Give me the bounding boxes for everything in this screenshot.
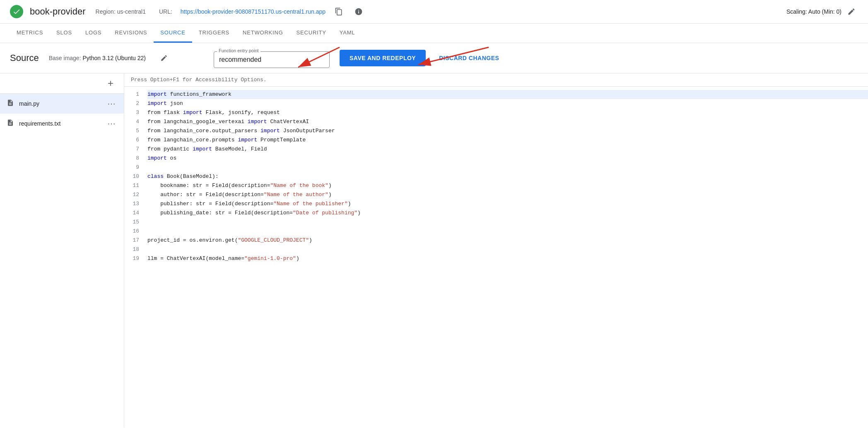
code-line-9 [147, 163, 868, 172]
tab-security[interactable]: SECURITY [290, 24, 333, 43]
line-number-18: 18 [124, 245, 144, 254]
file-menu-main-py[interactable]: ⋯ [106, 98, 117, 109]
code-line-18 [147, 245, 868, 254]
info-button[interactable] [352, 5, 365, 18]
scaling-info: Scaling: Auto (Min: 0) [786, 5, 858, 18]
line-number-1: 1 [124, 90, 144, 99]
line-number-13: 13 [124, 199, 144, 209]
line-number-19: 19 [124, 254, 144, 263]
file-item-requirements[interactable]: requirements.txt ⋯ [0, 114, 124, 133]
code-line-2: import json [147, 99, 868, 108]
tab-triggers[interactable]: TRIGGERS [192, 24, 236, 43]
base-image-info: Base image: Python 3.12 (Ubuntu 22) [49, 55, 146, 61]
line-number-4: 4 [124, 117, 144, 126]
code-line-13: publisher: str = Field(description="Name… [147, 199, 868, 209]
tab-logs[interactable]: LOGS [79, 24, 108, 43]
accessibility-bar: Press Option+F1 for Accessibility Option… [124, 73, 868, 87]
code-line-1: import functions_framework [147, 90, 868, 99]
line-number-8: 8 [124, 154, 144, 163]
code-line-14: publishing_date: str = Field(description… [147, 209, 868, 218]
code-line-6: from langchain_core.prompts import Promp… [147, 136, 868, 145]
code-line-8: import os [147, 154, 868, 163]
code-line-3: from flask import Flask, jsonify, reques… [147, 108, 868, 117]
copy-url-button[interactable] [332, 5, 345, 18]
entry-point-group: Function entry point [214, 48, 330, 68]
entry-point-label: Function entry point [217, 48, 260, 53]
file-tree-header: + [0, 73, 124, 94]
main-split: + main.py ⋯ requirements.txt ⋯ Press Opt… [0, 73, 868, 427]
code-line-5: from langchain_core.output_parsers impor… [147, 126, 868, 136]
line-number-2: 2 [124, 99, 144, 108]
line-number-12: 12 [124, 190, 144, 199]
line-number-11: 11 [124, 181, 144, 190]
save-redeploy-button[interactable]: SAVE AND REDEPLOY [340, 50, 426, 66]
code-line-10: class Book(BaseModel): [147, 172, 868, 181]
tab-networking[interactable]: NETWORKING [236, 24, 290, 43]
line-number-10: 10 [124, 172, 144, 181]
tab-source[interactable]: SOURCE [154, 24, 192, 43]
line-number-3: 3 [124, 108, 144, 117]
line-numbers: 12345678910111213141516171819 [124, 87, 144, 427]
content-area: Source Base image: Python 3.12 (Ubuntu 2… [0, 43, 868, 427]
line-number-17: 17 [124, 236, 144, 245]
code-content: 12345678910111213141516171819 import fun… [124, 87, 868, 427]
code-line-16 [147, 227, 868, 236]
status-check-icon [10, 5, 23, 18]
line-number-14: 14 [124, 209, 144, 218]
file-icon-req [7, 119, 14, 128]
line-number-6: 6 [124, 136, 144, 145]
code-line-11: bookname: str = Field(description="Name … [147, 181, 868, 190]
tab-revisions[interactable]: REVISIONS [108, 24, 154, 43]
code-line-17: project_id = os.environ.get("GOOGLE_CLOU… [147, 236, 868, 245]
url-label: URL: [159, 8, 172, 15]
nav-tabs: METRICS SLOS LOGS REVISIONS SOURCE TRIGG… [0, 24, 868, 43]
discard-changes-button[interactable]: DISCARD CHANGES [436, 50, 502, 66]
file-icon [7, 99, 14, 108]
source-section-label: Source [10, 53, 39, 63]
service-url[interactable]: https://book-provider-908087151170.us-ce… [181, 8, 326, 15]
region-label: Region: us-central1 [96, 8, 146, 15]
tab-slos[interactable]: SLOS [50, 24, 79, 43]
header: book-provider Region: us-central1 URL: h… [0, 0, 868, 24]
line-number-9: 9 [124, 163, 144, 172]
code-line-12: author: str = Field(description="Name of… [147, 190, 868, 199]
file-menu-requirements[interactable]: ⋯ [106, 118, 117, 129]
line-number-16: 16 [124, 227, 144, 236]
entry-point-input[interactable] [214, 51, 330, 68]
line-number-5: 5 [124, 126, 144, 136]
code-lines[interactable]: import functions_frameworkimport jsonfro… [144, 87, 868, 427]
tab-yaml[interactable]: YAML [333, 24, 362, 43]
code-line-4: from langchain_google_vertexai import Ch… [147, 117, 868, 126]
edit-scaling-button[interactable] [845, 5, 858, 18]
line-number-15: 15 [124, 218, 144, 227]
file-item-main-py[interactable]: main.py ⋯ [0, 94, 124, 114]
source-toolbar: Source Base image: Python 3.12 (Ubuntu 2… [0, 43, 868, 73]
service-name: book-provider [30, 6, 86, 17]
code-line-7: from pydantic import BaseModel, Field [147, 145, 868, 154]
code-line-19: llm = ChatVertexAI(model_name="gemini-1.… [147, 254, 868, 263]
line-number-7: 7 [124, 145, 144, 154]
add-file-button[interactable]: + [104, 77, 117, 90]
file-name-requirements: requirements.txt [19, 120, 101, 127]
tab-metrics[interactable]: METRICS [10, 24, 50, 43]
code-editor[interactable]: Press Option+F1 for Accessibility Option… [124, 73, 868, 427]
file-name-main-py: main.py [19, 100, 101, 107]
code-line-15 [147, 218, 868, 227]
edit-base-image-button[interactable] [157, 51, 171, 65]
file-tree: + main.py ⋯ requirements.txt ⋯ [0, 73, 124, 427]
